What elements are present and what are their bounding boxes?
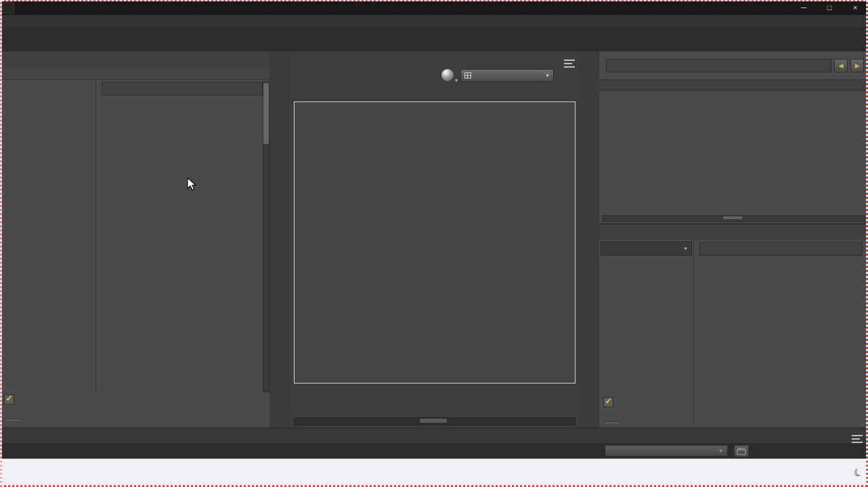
scene-forward-button[interactable]: ▶ — [850, 59, 864, 72]
parameters-filter-input[interactable] — [699, 242, 863, 256]
mouse-cursor — [187, 177, 198, 192]
night-light-icon[interactable]: ☾ — [851, 465, 865, 480]
surface-tree — [0, 80, 96, 392]
scene-and-parameters-panel: ◀ ▶ ▼ ✓ — [599, 51, 868, 427]
scene-columns-header — [599, 78, 868, 91]
scene-back-button[interactable]: ◀ — [834, 59, 848, 72]
viewport-tabs — [290, 51, 579, 68]
params-scrollbar[interactable] — [263, 81, 269, 392]
camera-selector[interactable]: ▼ — [460, 69, 554, 82]
viewport-options-icon[interactable] — [564, 60, 575, 68]
minimize-button[interactable]: ─ — [791, 3, 817, 11]
show-sub-items-checkbox[interactable]: ✓ — [4, 394, 14, 404]
pp-show-sub-items-checkbox[interactable]: ✓ — [603, 397, 613, 407]
viewport-3d-view[interactable] — [294, 101, 576, 384]
right-dock-strip — [579, 51, 599, 427]
parameters-tabs — [599, 225, 868, 240]
close-button[interactable]: × — [842, 3, 868, 11]
surface-parameters — [96, 80, 269, 392]
scene-scrollbar[interactable] — [602, 215, 865, 222]
app-logo-icon — [3, 2, 14, 14]
surfaces-panel-tabs — [0, 51, 269, 68]
titlebar: ─ □ × — [0, 0, 868, 15]
shader-label — [0, 68, 269, 80]
draw-style-icon[interactable]: ▼ — [441, 69, 454, 81]
timeline-options-icon[interactable] — [852, 435, 863, 443]
clapperboard-icon[interactable] — [734, 445, 749, 457]
toolbar — [0, 27, 868, 51]
pp-tips-tab[interactable] — [603, 421, 621, 423]
camera-view-icon — [464, 72, 471, 78]
node-selector-dropdown[interactable]: ▼ — [601, 241, 692, 256]
taskbar: ☾ — [0, 459, 868, 486]
left-dock-strip — [269, 51, 290, 427]
surface-filter-input[interactable] — [102, 82, 263, 95]
viewport-scrollbar[interactable] — [294, 417, 576, 425]
lesson-bar: ▼ — [0, 443, 868, 459]
timeline-bar — [0, 427, 868, 444]
menubar — [0, 15, 868, 27]
tips-tab[interactable] — [4, 419, 22, 421]
surfaces-panel: ✓ — [0, 51, 269, 427]
viewport-area: ▼ ▼ — [290, 51, 579, 427]
maximize-button[interactable]: □ — [817, 3, 842, 11]
lesson-selector[interactable]: ▼ — [605, 445, 728, 457]
scene-filter-input[interactable] — [606, 59, 831, 72]
parameters-panel: ▼ ✓ — [599, 223, 868, 427]
